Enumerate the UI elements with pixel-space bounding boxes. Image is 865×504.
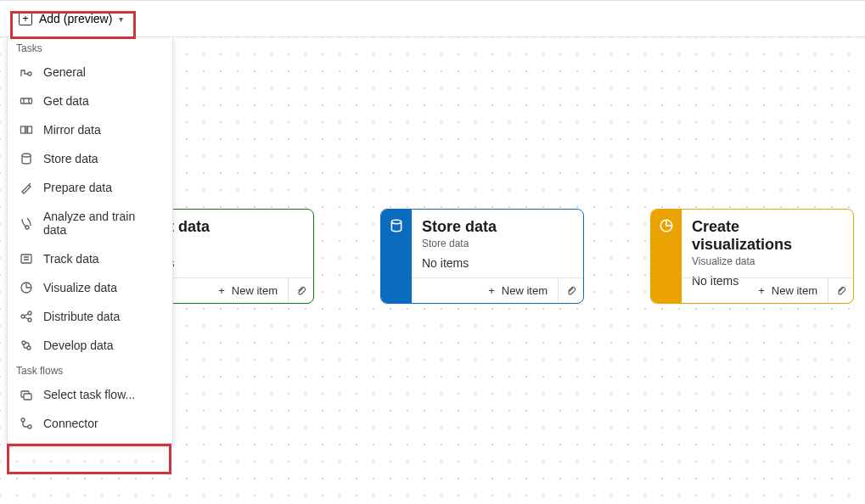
attach-icon [835,285,847,297]
menu-item-label: Develop data [43,339,114,352]
add-dropdown: Tasks General Get data Mirror data Store… [7,37,173,444]
svg-point-4 [22,154,31,157]
svg-point-8 [21,315,25,318]
track-data-icon [20,252,33,266]
svg-point-10 [28,318,31,322]
menu-item-label: General [43,65,86,79]
plus-icon: + [488,284,495,297]
plus-icon: + [19,12,32,25]
plus-icon: + [758,284,765,297]
mirror-data-icon [20,123,33,137]
svg-rect-14 [24,394,31,400]
attach-button[interactable] [558,278,583,303]
new-item-button[interactable]: + New item [682,278,828,303]
svg-point-9 [28,311,31,315]
general-icon [20,65,33,79]
prepare-data-icon [20,181,33,194]
card-store-data[interactable]: Store data Store data No items + New ite… [380,209,584,304]
menu-item-track-data[interactable]: Track data [8,244,172,273]
toolbar: + Add (preview) ▾ [0,0,865,37]
menu-item-label: Prepare data [43,181,112,194]
menu-item-general[interactable]: General [8,58,172,87]
svg-rect-3 [28,126,32,133]
add-preview-button[interactable]: + Add (preview) ▾ [8,8,133,30]
card-title: Create visualizations [692,218,843,254]
menu-item-label: Visualize data [43,281,117,294]
menu-item-label: Track data [43,252,99,266]
card-stripe [651,210,682,303]
menu-item-label: Store data [43,152,98,165]
card-subtitle: Store data [422,238,573,249]
menu-item-analyze-train-data[interactable]: Analyze and train data [8,202,172,244]
database-icon [389,218,404,233]
plus-icon: + [218,284,225,297]
svg-point-15 [21,418,25,422]
card-subtitle: ta [152,238,303,249]
menu-item-label: Get data [43,94,89,108]
attach-button[interactable] [288,278,313,303]
task-flow-icon [20,388,33,401]
visualize-icon [20,281,33,294]
svg-point-5 [25,226,29,229]
analyze-icon [20,216,33,230]
attach-button[interactable] [828,278,853,303]
get-data-icon [20,94,33,108]
card-body: Create visualizations Visualize data No … [682,210,853,303]
card-title: Store data [422,218,573,236]
menu-item-develop-data[interactable]: Develop data [8,331,172,360]
card-stripe [381,210,412,303]
menu-item-label: Connector [43,417,98,430]
new-item-label: New item [232,284,278,297]
dropdown-section-tasks: Tasks [8,37,172,58]
attach-icon [295,285,307,297]
svg-rect-2 [21,126,25,133]
menu-item-label: Distribute data [43,310,120,323]
menu-item-mirror-data[interactable]: Mirror data [8,115,172,144]
card-status: ems [152,256,303,270]
menu-item-label: Analyze and train data [43,210,160,237]
connector-icon [20,417,33,430]
menu-item-distribute-data[interactable]: Distribute data [8,302,172,331]
new-item-label: New item [502,284,548,297]
menu-item-label: Mirror data [43,123,101,137]
svg-point-0 [28,72,31,76]
dropdown-section-flows: Task flows [8,360,172,380]
chevron-down-icon: ▾ [119,14,123,24]
menu-item-select-task-flow[interactable]: Select task flow... [8,380,172,409]
store-data-icon [20,152,33,165]
menu-item-get-data[interactable]: Get data [8,87,172,115]
menu-item-prepare-data[interactable]: Prepare data [8,173,172,202]
distribute-icon [20,310,33,323]
svg-point-12 [27,346,31,350]
card-body: Store data Store data No items + New ite… [412,210,583,303]
svg-point-17 [391,220,401,224]
pie-chart-icon [659,218,674,233]
new-item-label: New item [772,284,817,297]
card-create-visualizations[interactable]: Create visualizations Visualize data No … [650,209,854,304]
svg-point-11 [22,341,25,344]
menu-item-store-data[interactable]: Store data [8,144,172,173]
card-footer: + New item [682,277,853,303]
menu-item-connector[interactable]: Connector [8,409,172,438]
menu-item-visualize-data[interactable]: Visualize data [8,273,172,302]
menu-item-label: Select task flow... [43,388,135,401]
attach-icon [565,285,577,297]
card-footer: + New item [412,277,583,303]
svg-rect-6 [21,255,31,263]
add-button-label: Add (preview) [39,12,112,25]
svg-rect-1 [21,98,32,104]
svg-point-16 [28,425,31,428]
card-title: ect data [152,218,303,236]
card-subtitle: Visualize data [692,255,843,267]
card-status: No items [422,256,573,270]
new-item-button[interactable]: + New item [412,278,558,303]
develop-icon [20,339,33,352]
